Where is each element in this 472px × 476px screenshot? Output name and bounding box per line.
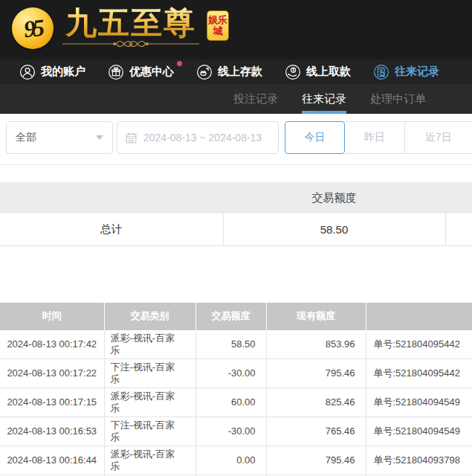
cell-order: 单号:521804095442 (366, 358, 472, 387)
cell-type: 派彩-视讯-百家乐 (104, 387, 195, 416)
records-icon (373, 64, 389, 80)
summary-header-amount: 交易额度 (223, 182, 445, 213)
col-header-amount: 交易额度 (195, 303, 266, 330)
tab-betting-records[interactable]: 投注记录 (233, 84, 278, 114)
summary-total-label: 总计 (0, 213, 223, 245)
summary-header-row: 交易额度 (0, 182, 472, 213)
nav-item-records[interactable]: 往来记录 (373, 64, 439, 80)
table-row: 2024-08-13 00:17:15 派彩-视讯-百家乐 60.00 825.… (0, 387, 472, 416)
date-quick-buttons: 今日 昨日 近7日 (285, 121, 472, 154)
subtab-bar: 投注记录 往来记录 处理中订单 (0, 84, 472, 114)
cell-amount: -30.00 (195, 416, 266, 446)
col-header-balance: 现有额度 (266, 303, 366, 330)
date-range-value: 2024-08-13 ~ 2024-08-13 (143, 132, 262, 144)
cell-time: 2024-08-13 00:16:53 (0, 416, 104, 446)
col-header-type: 交易类别 (104, 303, 195, 330)
cell-type: 下注-视讯-百家乐 (104, 358, 195, 387)
cell-time: 2024-08-13 00:17:42 (0, 330, 104, 359)
nav-item-label: 线上存款 (218, 65, 262, 79)
notification-dot (177, 61, 182, 66)
cell-type: 派彩-视讯-百家乐 (104, 330, 195, 359)
flourish-divider (61, 39, 201, 49)
cell-order: 单号:521804094549 (366, 416, 472, 446)
tab-transaction-records[interactable]: 往来记录 (302, 84, 346, 114)
tab-processing-orders[interactable]: 处理中订单 (370, 84, 426, 114)
logo-95-text: 95 (22, 13, 43, 42)
cell-amount: -30.00 (195, 358, 266, 387)
cell-amount: 0.00 (195, 446, 266, 475)
transactions-table: 时间 交易类别 交易额度 现有额度 2024-08-13 00:17:42 派彩… (0, 303, 472, 476)
table-row: 2024-08-13 00:16:53 下注-视讯-百家乐 -30.00 765… (0, 416, 472, 446)
tab-label: 投注记录 (233, 92, 278, 106)
cell-order: 单号:521804095442 (366, 330, 472, 359)
table-header-row: 时间 交易类别 交易额度 现有额度 (0, 303, 472, 330)
user-icon (19, 64, 36, 80)
deposit-coins-icon (196, 64, 213, 80)
section-divider (0, 164, 472, 165)
brand-logo[interactable]: 95 九五至尊 娱乐城 (12, 6, 229, 49)
site-header: 95 九五至尊 娱乐城 (0, 0, 472, 60)
nav-item-label: 我的账户 (41, 65, 85, 79)
summary-total-value: 58.50 (223, 213, 445, 245)
table-row: 2024-08-13 00:17:22 下注-视讯-百家乐 -30.00 795… (0, 358, 472, 387)
gift-icon (108, 64, 124, 80)
nav-item-my-account[interactable]: 我的账户 (19, 64, 85, 80)
cell-balance: 795.46 (266, 358, 366, 387)
calendar-icon (125, 132, 138, 144)
yesterday-button[interactable]: 昨日 (345, 121, 405, 154)
nav-item-promotions[interactable]: 优惠中心 (108, 64, 174, 80)
cell-time: 2024-08-13 00:17:15 (0, 387, 104, 416)
logo-95-icon: 95 (12, 7, 54, 49)
chevron-down-icon (96, 135, 103, 140)
main-nav: 我的账户 优惠中心 线上存款 $ 线上取款 (0, 60, 472, 84)
withdraw-coin-icon: $ (285, 64, 301, 80)
tab-label: 处理中订单 (370, 92, 426, 106)
cell-type: 派彩-视讯-百家乐 (104, 446, 195, 475)
col-header-order (366, 303, 472, 330)
col-header-time: 时间 (0, 303, 104, 330)
cell-balance: 795.46 (266, 446, 366, 475)
category-select-value: 全部 (16, 131, 36, 144)
last7days-button[interactable]: 近7日 (405, 121, 472, 154)
cell-balance: 765.46 (266, 416, 366, 446)
brand-badge: 娱乐城 (207, 10, 229, 41)
cell-balance: 825.46 (266, 387, 366, 416)
date-range-input[interactable]: 2024-08-13 ~ 2024-08-13 (117, 121, 279, 154)
cell-amount: 58.50 (195, 330, 266, 359)
cell-order: 单号:521804094549 (366, 387, 472, 416)
category-select[interactable]: 全部 (6, 121, 113, 154)
nav-item-deposit[interactable]: 线上存款 (196, 64, 262, 80)
cell-time: 2024-08-13 00:16:44 (0, 446, 104, 475)
filter-row: 全部 2024-08-13 ~ 2024-08-13 今日 昨日 近7日 (0, 114, 472, 154)
svg-text:$: $ (292, 67, 294, 71)
nav-item-label: 线上取款 (306, 65, 351, 79)
nav-item-label: 往来记录 (395, 65, 439, 79)
cell-balance: 853.96 (266, 330, 366, 359)
tab-label: 往来记录 (302, 92, 346, 106)
cell-type: 下注-视讯-百家乐 (104, 416, 195, 446)
summary-table: 交易额度 总计 58.50 (0, 182, 472, 246)
cell-time: 2024-08-13 00:17:22 (0, 358, 104, 387)
summary-header-empty (0, 182, 223, 213)
cell-order: 单号:521804093798 (366, 446, 472, 475)
brand-name: 九五至尊 (65, 6, 196, 40)
nav-item-label: 优惠中心 (129, 65, 174, 79)
summary-total-row: 总计 58.50 (0, 213, 472, 245)
cell-amount: 60.00 (195, 387, 266, 416)
nav-item-withdraw[interactable]: $ 线上取款 (285, 64, 351, 80)
today-button[interactable]: 今日 (285, 121, 345, 154)
summary-header-empty2 (445, 182, 472, 213)
table-row: 2024-08-13 00:16:44 派彩-视讯-百家乐 0.00 795.4… (0, 446, 472, 475)
table-row: 2024-08-13 00:17:42 派彩-视讯-百家乐 58.50 853.… (0, 330, 472, 359)
